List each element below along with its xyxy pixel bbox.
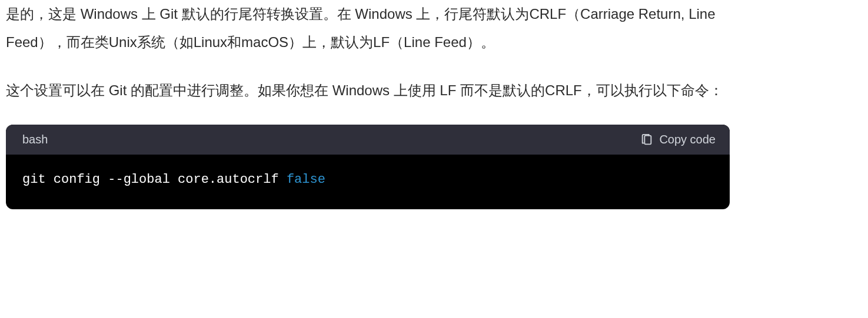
- code-text-highlight: false: [287, 172, 325, 187]
- code-text-prefix: git config --global core.autocrlf: [22, 172, 287, 187]
- paragraph-1: 是的，这是 Windows 上 Git 默认的行尾符转换设置。在 Windows…: [6, 0, 730, 56]
- message-content: 是的，这是 Windows 上 Git 默认的行尾符转换设置。在 Windows…: [6, 0, 730, 209]
- code-block-header: bash Copy code: [6, 125, 730, 155]
- code-language-label: bash: [22, 133, 48, 146]
- clipboard-icon: [640, 133, 653, 146]
- paragraph-2: 这个设置可以在 Git 的配置中进行调整。如果你想在 Windows 上使用 L…: [6, 76, 730, 105]
- copy-code-label: Copy code: [659, 133, 716, 146]
- code-block: bash Copy code git config --global core.…: [6, 125, 730, 209]
- copy-code-button[interactable]: Copy code: [640, 133, 716, 146]
- svg-rect-0: [645, 135, 651, 144]
- code-block-body: git config --global core.autocrlf false: [6, 155, 730, 209]
